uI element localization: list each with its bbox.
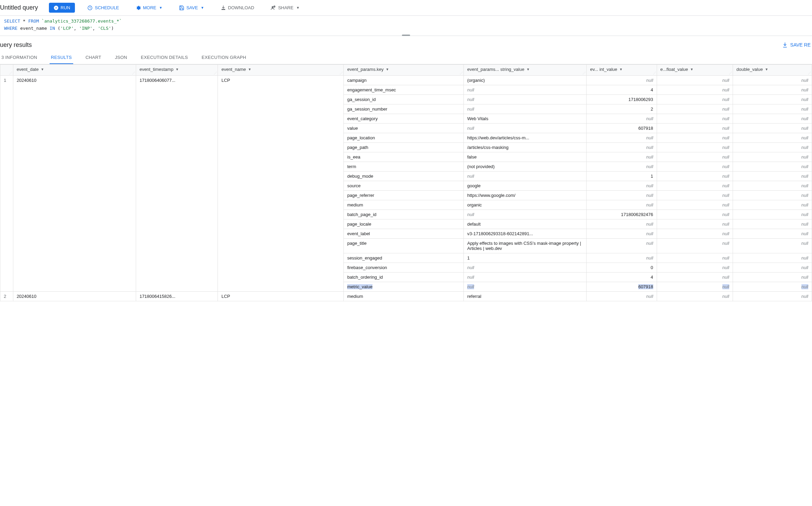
table-cell: 1718006292476	[587, 210, 657, 219]
share-button[interactable]: SHARE ▼	[266, 3, 304, 13]
save-results-button[interactable]: SAVE RE	[782, 42, 811, 48]
more-button[interactable]: MORE ▼	[131, 3, 167, 13]
table-cell: null	[587, 291, 657, 301]
column-header[interactable]: event_params.key▼⋰	[344, 64, 464, 75]
results-table: ⋰event_date▼⋰event_timestamp▼⋰event_name…	[0, 64, 812, 301]
download-icon	[221, 5, 226, 11]
table-cell: null	[657, 229, 733, 238]
table-cell: null	[657, 75, 733, 85]
table-cell: page_location	[344, 133, 464, 142]
table-cell: 607918	[587, 123, 657, 133]
table-cell: organic	[463, 200, 586, 210]
table-cell: metric_value	[344, 282, 464, 291]
table-cell: null	[463, 123, 586, 133]
table-cell: page_locale	[344, 219, 464, 229]
table-cell: 20240610	[13, 291, 136, 301]
table-cell: null	[587, 219, 657, 229]
save-icon	[179, 5, 184, 11]
table-cell: null	[733, 263, 812, 272]
table-cell: null	[463, 94, 586, 104]
table-cell: null	[657, 123, 733, 133]
tab-3-information[interactable]: 3 INFORMATION	[0, 51, 39, 64]
column-header[interactable]: event_name▼⋰	[218, 64, 344, 75]
schedule-button[interactable]: SCHEDULE	[83, 3, 123, 13]
table-cell: null	[657, 133, 733, 142]
tab-execution-graph[interactable]: EXECUTION GRAPH	[200, 51, 248, 64]
column-header[interactable]: e...float_value▼⋰	[657, 64, 733, 75]
table-cell: campaign	[344, 75, 464, 85]
results-table-container[interactable]: ⋰event_date▼⋰event_timestamp▼⋰event_name…	[0, 64, 812, 301]
table-cell: null	[463, 171, 586, 181]
drag-handle[interactable]	[402, 35, 410, 36]
svg-point-2	[272, 6, 273, 8]
chevron-down-icon: ▼	[159, 6, 162, 10]
table-cell: null	[587, 114, 657, 123]
table-cell: null	[733, 238, 812, 253]
table-cell: null	[587, 238, 657, 253]
column-header[interactable]: ⋰	[0, 64, 13, 75]
table-cell: null	[657, 94, 733, 104]
table-cell: null	[733, 219, 812, 229]
table-cell: null	[733, 181, 812, 190]
table-cell: v3-1718006293318-602142891...	[463, 229, 586, 238]
table-cell: null	[657, 152, 733, 162]
table-cell: null	[733, 253, 812, 263]
table-cell: page_title	[344, 238, 464, 253]
table-cell: (not provided)	[463, 162, 586, 171]
table-cell: null	[587, 133, 657, 142]
table-cell: null	[733, 75, 812, 85]
table-cell: /articles/css-masking	[463, 142, 586, 152]
table-cell: null	[733, 94, 812, 104]
table-cell: null	[587, 181, 657, 190]
table-cell: 1	[587, 171, 657, 181]
table-cell: page_path	[344, 142, 464, 152]
table-cell: 4	[587, 85, 657, 94]
download-button[interactable]: DOWNLOAD	[217, 3, 259, 13]
table-cell: null	[733, 85, 812, 94]
table-cell: 607918	[587, 282, 657, 291]
table-cell: null	[463, 282, 586, 291]
tab-json[interactable]: JSON	[114, 51, 129, 64]
tab-chart[interactable]: CHART	[84, 51, 103, 64]
sort-caret-icon: ▼	[41, 67, 44, 71]
row-number: 1	[0, 75, 13, 291]
column-header[interactable]: event_params... string_value▼⋰	[463, 64, 586, 75]
query-title: Untitled query	[0, 4, 38, 11]
column-header[interactable]: event_date▼⋰	[13, 64, 136, 75]
table-cell: batch_page_id	[344, 210, 464, 219]
query-toolbar: Untitled query RUN SCHEDULE MORE ▼ SAVE …	[0, 0, 812, 16]
column-header[interactable]: ev... int_value▼⋰	[587, 64, 657, 75]
sort-caret-icon: ▼	[248, 67, 251, 71]
table-cell: null	[733, 171, 812, 181]
table-cell: Web Vitals	[463, 114, 586, 123]
table-cell: null	[587, 190, 657, 200]
sql-editor[interactable]: SELECT * FROM `analytics_337268677.event…	[0, 16, 812, 36]
table-cell: debug_mode	[344, 171, 464, 181]
row-number: 2	[0, 291, 13, 301]
table-cell: null	[587, 75, 657, 85]
sort-caret-icon: ▼	[619, 67, 623, 71]
run-button[interactable]: RUN	[49, 3, 75, 13]
tab-execution-details[interactable]: EXECUTION DETAILS	[140, 51, 189, 64]
table-cell: 1	[463, 253, 586, 263]
table-cell: null	[587, 152, 657, 162]
column-header[interactable]: event_timestamp▼⋰	[136, 64, 218, 75]
table-cell: null	[657, 181, 733, 190]
save-button[interactable]: SAVE ▼	[175, 3, 208, 13]
table-cell: null	[733, 229, 812, 238]
table-cell: ga_session_number	[344, 104, 464, 114]
table-cell: null	[733, 162, 812, 171]
column-header[interactable]: double_value▼⋰	[733, 64, 812, 75]
table-cell: 0	[587, 263, 657, 272]
table-cell: google	[463, 181, 586, 190]
table-cell: null	[587, 200, 657, 210]
table-cell: null	[657, 142, 733, 152]
results-tabs: 3 INFORMATIONRESULTSCHARTJSONEXECUTION D…	[0, 51, 812, 64]
tab-results[interactable]: RESULTS	[50, 51, 73, 64]
table-cell: null	[657, 263, 733, 272]
table-cell: term	[344, 162, 464, 171]
table-cell: event_category	[344, 114, 464, 123]
table-cell: null	[733, 190, 812, 200]
table-cell: null	[657, 282, 733, 291]
table-cell: null	[657, 272, 733, 282]
